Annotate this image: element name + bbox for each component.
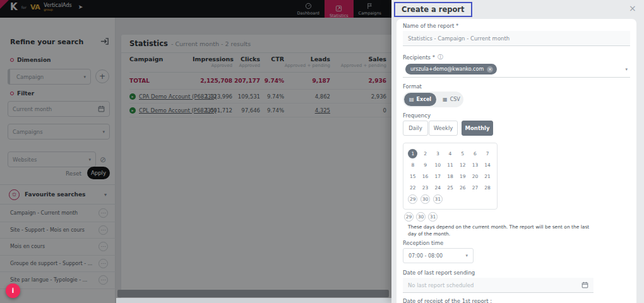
last-report-date-input[interactable]: No last report scheduled [403,278,593,293]
last-report-sending-label: Date of last report sending [403,270,475,276]
close-icon[interactable]: × [629,4,636,13]
reception-time-label: Reception time [403,240,443,246]
app-root: K for VA VerticalAds group ➤ DashboardSt… [0,0,644,303]
calendar-day-2[interactable]: 2 [420,149,430,158]
calendar-day-7[interactable]: 7 [483,149,492,158]
format-option-csv[interactable]: ▦CSV [438,93,465,106]
calendar-day-23[interactable]: 23 [420,183,430,193]
calendar-day-14[interactable]: 14 [483,160,492,170]
frequency-option-weekly[interactable]: Weekly [429,121,458,136]
drawer-title: Create a report [394,2,472,17]
calendar-day-3[interactable]: 3 [433,149,443,158]
calendar-day-24[interactable]: 24 [433,183,443,193]
calendar-day-5[interactable]: 5 [458,149,467,158]
calendar-day-29[interactable]: 29 [408,194,417,204]
chevron-down-icon: ▾ [625,67,628,72]
csv-file-icon: ▦ [443,97,448,102]
format-option-label: CSV [450,97,460,102]
month-end-day-29[interactable]: 29 [404,212,414,222]
format-label: Format [403,83,422,90]
frequency-label: Frequency [403,112,431,119]
calendar-icon [581,282,588,288]
month-end-days-group: 293031 [404,212,438,222]
horizontal-scrollbar-thumb[interactable] [117,290,389,297]
calendar-day-12[interactable]: 12 [458,160,467,170]
info-icon: ⓘ [438,53,443,61]
month-end-day-31[interactable]: 31 [428,212,438,222]
calendar-day-16[interactable]: 16 [420,172,430,181]
monthly-day-calendar: 1234567891011121314151617181920212223242… [403,143,498,210]
drawer-backdrop-overlay[interactable] [0,0,391,303]
report-name-input[interactable]: Statistics - Campaign - Current month [403,31,630,46]
create-report-drawer: Create a report × Name of the report * S… [391,0,644,303]
calendar-day-31[interactable]: 31 [433,194,443,204]
frequency-option-monthly[interactable]: Monthly [462,121,493,136]
format-option-excel[interactable]: ▤Excel [404,93,436,106]
recipient-chip: urszula+demo@kwanko.com × [405,64,497,74]
calendar-day-27[interactable]: 27 [470,183,480,193]
calendar-day-30[interactable]: 30 [420,194,430,204]
calendar-day-4[interactable]: 4 [445,149,455,158]
calendar-day-8[interactable]: 8 [408,160,417,170]
calendar-day-13[interactable]: 13 [470,160,480,170]
recipients-input[interactable]: urszula+demo@kwanko.com × ▾ [403,61,630,78]
calendar-day-9[interactable]: 9 [420,160,430,170]
format-toggle-group: ▤Excel▦CSV [403,92,463,107]
reception-time-select[interactable]: 07:00 - 08:00 ▾ [403,248,474,263]
calendar-day-18[interactable]: 18 [445,172,455,181]
calendar-day-25[interactable]: 25 [445,183,455,193]
chevron-down-icon: ▾ [465,253,468,258]
calendar-day-22[interactable]: 22 [408,183,417,193]
horizontal-scrollbar-track [116,298,391,303]
calendar-day-15[interactable]: 15 [408,172,417,181]
calendar-day-20[interactable]: 20 [470,172,480,181]
calendar-day-19[interactable]: 19 [458,172,467,181]
calendar-day-28[interactable]: 28 [483,183,492,193]
remove-recipient-icon[interactable]: × [487,66,493,73]
calendar-day-6[interactable]: 6 [470,149,480,158]
calendar-day-11[interactable]: 11 [445,160,455,170]
calendar-day-17[interactable]: 17 [433,172,443,181]
calendar-day-26[interactable]: 26 [458,183,467,193]
frequency-button-group: DailyWeeklyMonthly [403,121,494,136]
month-end-day-30[interactable]: 30 [416,212,426,222]
format-option-label: Excel [417,97,432,102]
first-report-receipt-label: Date of receipt of the 1st report : [403,298,492,303]
calendar-day-1[interactable]: 1 [408,149,417,158]
report-name-label: Name of the report * [403,23,458,29]
calendar-day-21[interactable]: 21 [483,172,492,181]
recipients-label: Recipients * ⓘ [403,53,443,61]
help-info-button[interactable]: i [6,283,20,298]
excel-file-icon: ▤ [409,97,414,102]
calendar-day-10[interactable]: 10 [433,160,443,170]
create-report-form: Name of the report * Statistics - Campai… [397,19,636,303]
frequency-option-daily[interactable]: Daily [403,121,428,136]
calendar-note: These days depend on the current month. … [408,224,597,238]
